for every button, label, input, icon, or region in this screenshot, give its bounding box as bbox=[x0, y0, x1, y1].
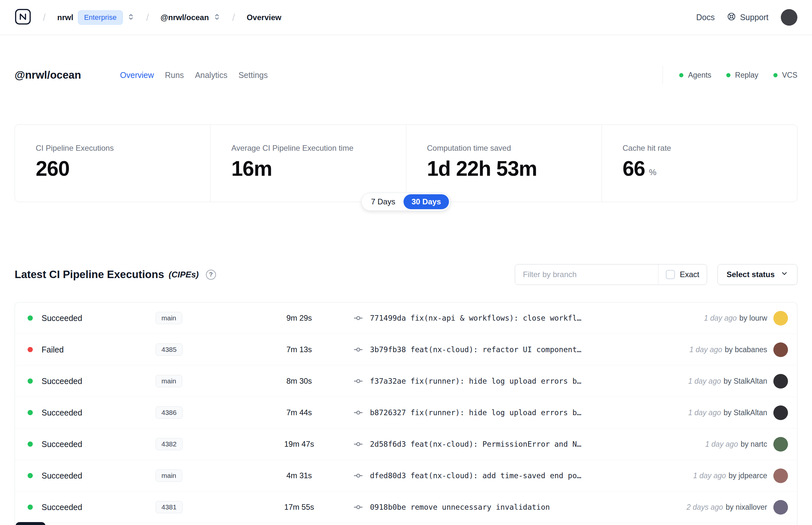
tab-overview[interactable]: Overview bbox=[120, 71, 154, 80]
timestamp: 1 day ago bbox=[688, 377, 721, 385]
table-row[interactable]: Succeeded main 9m 29s 771499da fix(nx-ap… bbox=[15, 302, 797, 334]
workspace-status-indicators: Agents Replay VCS bbox=[663, 66, 797, 84]
avatar bbox=[773, 468, 788, 483]
branch-badge[interactable]: main bbox=[156, 469, 182, 482]
commit-text[interactable]: 771499da fix(nx-api & workflows): close … bbox=[370, 314, 698, 322]
author: by bcabanes bbox=[725, 345, 767, 354]
stat-label: Computation time saved bbox=[427, 144, 581, 153]
branch-badge[interactable]: main bbox=[156, 312, 182, 324]
commit-icon bbox=[352, 313, 365, 323]
table-row[interactable]: Failed 4385 7m 13s 3b79fb38 feat(nx-clou… bbox=[15, 334, 797, 365]
workspace-selector[interactable]: @nrwl/ocean bbox=[160, 13, 220, 22]
stat-label: Cache hit rate bbox=[623, 144, 776, 153]
tab-settings[interactable]: Settings bbox=[239, 71, 267, 80]
sort-chevrons-icon[interactable] bbox=[127, 13, 135, 22]
duration: 19m 47s bbox=[246, 439, 352, 449]
commit-text[interactable]: 2d58f6d3 feat(nx-cloud): PermissionError… bbox=[370, 440, 699, 448]
cipes-title-group: Latest CI Pipeline Executions (CIPEs) ? bbox=[15, 268, 216, 281]
branch-filter-input[interactable] bbox=[515, 265, 658, 285]
tab-analytics[interactable]: Analytics bbox=[195, 71, 227, 80]
author: by StalkAltan bbox=[724, 408, 767, 417]
branch-cell: 4385 bbox=[156, 343, 246, 356]
page-title: @nrwl/ocean bbox=[15, 69, 81, 81]
author: by StalkAltan bbox=[724, 377, 767, 385]
tab-runs[interactable]: Runs bbox=[165, 71, 184, 80]
stat-computation-time-saved: Computation time saved 1d 22h 53m bbox=[406, 125, 601, 202]
org-selector[interactable]: nrwl Enterprise bbox=[57, 10, 135, 25]
nx-cloud-logo-icon[interactable] bbox=[15, 9, 31, 26]
author: by lourw bbox=[739, 314, 767, 322]
branch-badge[interactable]: main bbox=[156, 375, 182, 387]
avatar bbox=[773, 342, 788, 357]
status-select-button[interactable]: Select status bbox=[718, 264, 797, 285]
commit-hash: 2d58f6d3 bbox=[370, 440, 406, 448]
commit-text[interactable]: b8726327 fix(runner): hide log upload er… bbox=[370, 408, 682, 417]
branch-badge[interactable]: 4382 bbox=[156, 438, 183, 450]
workspace-header: @nrwl/ocean Overview Runs Analytics Sett… bbox=[0, 65, 812, 86]
status-dot bbox=[28, 347, 33, 352]
user-avatar[interactable] bbox=[781, 9, 797, 26]
branch-cell: 4382 bbox=[156, 438, 246, 450]
stat-ci-pipeline-executions: CI Pipeline Executions 260 bbox=[15, 125, 210, 202]
sort-chevrons-icon[interactable] bbox=[213, 13, 220, 22]
commit-icon bbox=[352, 408, 365, 418]
commit-icon bbox=[352, 439, 365, 449]
support-icon bbox=[727, 12, 736, 23]
status-dot bbox=[28, 473, 33, 478]
avatar bbox=[773, 405, 788, 420]
commit-hash: b8726327 bbox=[370, 408, 406, 417]
table-row[interactable]: Succeeded main 4m 31s dfed80d3 feat(nx-c… bbox=[15, 460, 797, 492]
table-row[interactable]: Succeeded 4382 19m 47s 2d58f6d3 feat(nx-… bbox=[15, 429, 797, 460]
cipes-title: Latest CI Pipeline Executions bbox=[15, 268, 164, 281]
timestamp: 1 day ago bbox=[690, 345, 722, 354]
commit-text[interactable]: f37a32ae fix(runner): hide log upload er… bbox=[370, 377, 682, 385]
branch-badge[interactable]: 4385 bbox=[156, 343, 183, 356]
branch-cell: 4381 bbox=[156, 501, 246, 513]
docs-link[interactable]: Docs bbox=[696, 13, 715, 22]
commit-message: remove unnecessary invalidation bbox=[411, 503, 550, 511]
avatar bbox=[773, 311, 788, 326]
status-label: Succeeded bbox=[42, 502, 156, 512]
support-link[interactable]: Support bbox=[727, 12, 768, 23]
branch-badge[interactable]: 4381 bbox=[156, 501, 183, 513]
indicator-vcs[interactable]: VCS bbox=[773, 71, 797, 79]
author: by nixallover bbox=[725, 503, 767, 511]
range-7-days[interactable]: 7 Days bbox=[363, 194, 403, 209]
cipes-controls: Exact Select status bbox=[515, 264, 797, 285]
duration: 4m 31s bbox=[246, 471, 352, 480]
commit-message: feat(nx-cloud): PermissionError and N… bbox=[411, 440, 581, 448]
row-meta: 1 day agoby StalkAltan bbox=[682, 408, 767, 417]
row-meta: 1 day agoby nartc bbox=[699, 440, 767, 449]
workspace-tabs: Overview Runs Analytics Settings bbox=[120, 71, 268, 80]
status-dot bbox=[28, 505, 33, 510]
row-meta: 2 days agoby nixallover bbox=[680, 503, 767, 512]
org-name: nrwl bbox=[57, 13, 73, 22]
commit-hash: f37a32ae bbox=[370, 377, 406, 385]
indicator-replay[interactable]: Replay bbox=[726, 71, 759, 79]
commit-text[interactable]: dfed80d3 feat(nx-cloud): add time-saved … bbox=[370, 471, 687, 480]
commit-text[interactable]: 0918b0be remove unnecessary invalidation bbox=[370, 503, 680, 511]
branch-badge[interactable]: 4386 bbox=[156, 406, 183, 419]
breadcrumb-separator: / bbox=[43, 12, 45, 23]
commit-message: feat(nx-cloud): add time-saved end po… bbox=[411, 471, 581, 480]
status-dot bbox=[28, 410, 33, 415]
commit-message: fix(runner): hide log upload errors b… bbox=[411, 377, 581, 385]
stat-value: 66% bbox=[623, 156, 776, 181]
indicator-agents[interactable]: Agents bbox=[679, 71, 711, 79]
range-30-days[interactable]: 30 Days bbox=[403, 194, 449, 209]
next-row-partial bbox=[15, 523, 797, 525]
commit-text[interactable]: 3b79fb38 feat(nx-cloud): refactor UI com… bbox=[370, 345, 683, 354]
breadcrumb-separator: / bbox=[146, 12, 149, 23]
cipes-section-header: Latest CI Pipeline Executions (CIPEs) ? … bbox=[15, 264, 797, 285]
status-label: Succeeded bbox=[42, 408, 156, 418]
help-icon[interactable]: ? bbox=[206, 270, 216, 280]
exact-checkbox[interactable] bbox=[666, 270, 675, 279]
timestamp: 1 day ago bbox=[688, 408, 721, 417]
chat-launcher-partial[interactable] bbox=[16, 522, 45, 525]
table-row[interactable]: Succeeded 4381 17m 55s 0918b0be remove u… bbox=[15, 492, 797, 523]
green-dot-icon bbox=[679, 73, 684, 77]
breadcrumb-separator: / bbox=[232, 12, 235, 23]
table-row[interactable]: Succeeded 4386 7m 44s b8726327 fix(runne… bbox=[15, 397, 797, 429]
stat-label: CI Pipeline Executions bbox=[36, 144, 189, 153]
table-row[interactable]: Succeeded main 8m 30s f37a32ae fix(runne… bbox=[15, 365, 797, 397]
